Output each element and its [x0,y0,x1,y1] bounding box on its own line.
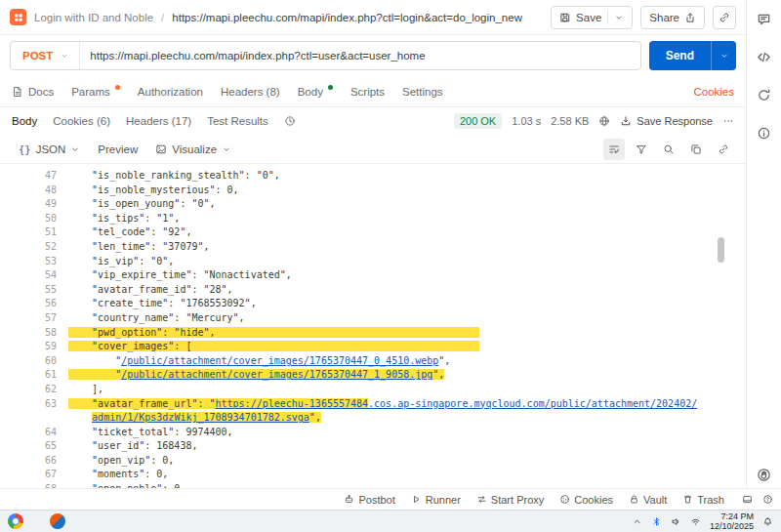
request-tab-body[interactable]: Body [298,76,333,106]
browser-app-icon[interactable] [8,513,23,529]
viewer-actions [603,139,734,160]
network-info-icon[interactable] [598,115,610,127]
content-area: Login with ID and Noble / https://mapi.p… [0,0,781,488]
request-url-input[interactable]: https://mapi.pleechu.com/mapi/index.php?… [80,50,434,61]
request-tabs: DocsParamsAuthorizationHeaders (8)BodySc… [0,76,746,107]
link-button[interactable] [713,139,734,160]
trash-button[interactable]: Trash [682,494,724,506]
label: Vault [643,494,667,506]
code-line: 63 "avatar_frame_url": "https://pleechu-… [12,397,746,412]
request-tab-params[interactable]: Params [71,76,120,106]
code-line: 57 "country_name": "Mercury", [12,311,746,326]
line-number: 60 [12,354,57,369]
response-tab-cookies-6[interactable]: Cookies (6) [53,115,110,127]
history-icon[interactable] [284,115,296,127]
send-button[interactable]: Send [649,41,711,70]
response-body-viewer[interactable]: 47 "is_noble_ranking_stealth": "0",48 "i… [0,164,746,488]
format-dropdown[interactable]: {} JSON [12,141,87,158]
copy-button[interactable] [685,139,707,160]
response-link[interactable]: /public/attachment/cover_images/17653704… [121,355,438,366]
save-response-button[interactable]: Save Response [620,115,713,127]
speaker-icon[interactable] [671,516,681,527]
start-proxy-button[interactable]: Start Proxy [476,494,544,506]
response-tabs: BodyCookies (6)Headers (17)Test Results [12,115,268,127]
code-text: "is_open_young": "0", [68,198,216,209]
copy-link-button[interactable] [713,6,736,29]
postbot-button[interactable]: Postbot [344,494,394,506]
pinned-app-icon[interactable] [50,513,65,529]
response-link[interactable]: /public/attachment/cover_images/17653704… [121,369,432,380]
code-text: "country_name": "Mercury", [68,312,245,323]
send-options-button[interactable] [711,41,736,70]
label: Postbot [358,494,394,506]
chevron-down-icon [222,144,231,154]
code-line: 60 "/public/attachment/cover_images/1765… [12,354,746,369]
line-number: 62 [12,383,57,397]
code-line: 64 "ticket_total": 9974400, [12,426,746,440]
cookies-button[interactable]: Cookies [559,494,613,506]
response-tab-body[interactable]: Body [12,115,37,127]
response-header: BodyCookies (6)Headers (17)Test Results … [0,107,746,135]
comments-icon[interactable] [757,12,771,26]
save-button[interactable]: Save [551,6,633,29]
response-time: 1.03 s [512,115,541,127]
search-button[interactable] [658,139,679,160]
share-button[interactable]: Share [640,6,705,29]
label: Trash [697,494,724,506]
request-tab-scripts[interactable]: Scripts [350,76,385,106]
code-text: "avatar_frame_id": "28", [68,284,233,295]
response-link[interactable]: admin/1/Kps3dzWikj_1708934701782.svga [92,412,309,423]
code-line: 65 "user_id": 168438, [12,439,746,454]
visualize-icon [155,143,167,155]
filter-button[interactable] [631,139,652,160]
scrollbar-thumb[interactable] [718,237,724,263]
code-text: "is_noble_mysterious": 0, [68,184,239,195]
taskbar-clock[interactable]: 7:24 PM 12/10/2025 [710,512,754,532]
wifi-icon[interactable] [690,516,701,527]
response-tab-test-results[interactable]: Test Results [207,115,268,127]
breadcrumb-request-title[interactable]: https://mapi.pleechu.com/mapi/index.php?… [172,12,522,23]
response-link[interactable]: .cos.ap-singapore.myqcloud.com/public/at… [368,398,697,409]
request-tab-settings[interactable]: Settings [402,76,443,106]
tab-label: Headers (8) [221,86,280,98]
code-line: admin/1/Kps3dzWikj_1708934701782.svga", [12,411,746,426]
visualize-tab[interactable]: Visualize [148,141,238,158]
bluetooth-icon[interactable] [651,516,662,527]
runner-button[interactable]: Runner [411,494,461,506]
json-response: 47 "is_noble_ranking_stealth": "0",48 "i… [0,164,746,488]
request-tab-headers-8[interactable]: Headers (8) [221,76,280,106]
bottom-panel-icon[interactable] [742,494,753,505]
code-line: 68 "open_noble": 0, [12,482,746,488]
divider [607,11,608,24]
response-link[interactable]: https://pleechu-1365557484 [216,398,369,409]
cookies-link[interactable]: Cookies [693,86,734,98]
lock-icon [629,494,639,505]
request-tab-docs[interactable]: Docs [12,76,54,106]
braces-icon: {} [19,143,31,155]
response-tab-headers-17[interactable]: Headers (17) [126,115,191,127]
preview-tab[interactable]: Preview [91,141,144,158]
accessibility-icon[interactable] [757,468,771,482]
line-number: 58 [12,326,57,341]
refresh-icon[interactable] [757,88,771,102]
share-icon [684,12,696,23]
top-actions: Save Share [551,6,736,29]
tray-chevron-up-icon[interactable] [632,516,642,527]
line-number: 57 [12,311,57,326]
vault-button[interactable]: Vault [629,494,667,506]
code-snippet-icon[interactable] [757,50,771,64]
request-tab-authorization[interactable]: Authorization [138,76,203,106]
notification-center-icon[interactable] [762,516,773,527]
play-icon [411,494,422,505]
workspace-icon[interactable] [10,9,26,25]
chevron-down-icon[interactable] [614,13,624,22]
code-text: "tel_code": "92", [68,226,191,237]
method-selector[interactable]: POST [11,42,80,69]
info-icon[interactable] [757,126,771,141]
breadcrumb-workspace[interactable]: Login with ID and Noble [34,12,153,23]
help-icon[interactable] [762,494,773,505]
wrap-text-button[interactable] [603,139,625,160]
line-number: 66 [12,454,57,469]
doc-icon [12,86,23,98]
more-options-icon[interactable] [722,115,734,127]
